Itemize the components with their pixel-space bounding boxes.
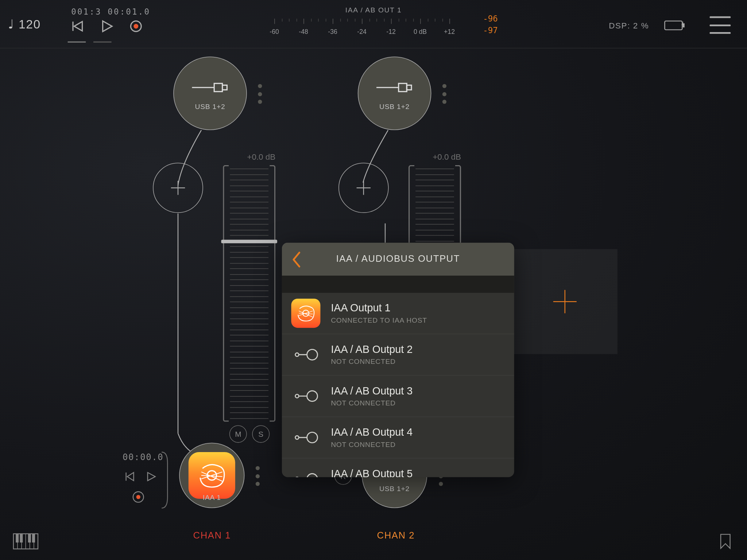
popover-header: IAA / AUDIOBUS OUTPUT [282, 243, 514, 276]
svg-point-46 [307, 391, 318, 401]
output-option[interactable]: IAA / AB Output 3NOT CONNECTED [282, 376, 514, 417]
output-option-title: IAA / AB Output 4 [331, 427, 413, 439]
svg-rect-19 [407, 85, 411, 90]
output-option-subtitle: CONNECTED TO IAA HOST [331, 316, 427, 324]
mini-rewind-button[interactable] [124, 471, 136, 482]
meter-peak-top: -96 [483, 14, 498, 23]
locator-display: 001:3 00:01.0 [71, 7, 150, 16]
back-button[interactable] [291, 251, 302, 268]
svg-point-43 [307, 349, 318, 360]
usb-cable-icon [375, 76, 414, 99]
meter-tick-label: -24 [357, 28, 366, 35]
svg-rect-34 [20, 534, 23, 542]
garageband-icon [189, 452, 235, 499]
output-label: USB 1+2 [379, 485, 410, 493]
add-channel-tile[interactable] [512, 249, 618, 354]
output-option-title: IAA / AB Output 3 [331, 385, 413, 397]
battery-icon [664, 19, 688, 32]
connection-icon [291, 381, 320, 411]
record-button[interactable] [128, 18, 144, 35]
mini-transport-ch1 [124, 471, 157, 482]
menu-button[interactable] [710, 16, 731, 34]
bookmark-icon[interactable] [719, 533, 732, 549]
rewind-button[interactable] [69, 18, 86, 35]
output-meter: IAA / AB OUT 1 -60-48-36-24-120 dB+12 -9… [271, 0, 476, 48]
output-option-title: IAA / AB Output 5 [331, 468, 413, 477]
output-node-ch1[interactable]: IAA 1 [179, 443, 244, 508]
svg-rect-35 [28, 534, 31, 542]
transport-underline [68, 42, 86, 43]
input-node-ch2[interactable]: USB 1+2 [358, 57, 431, 130]
output-option-subtitle: NOT CONNECTED [331, 358, 413, 366]
output-option-title: IAA / AB Output 2 [331, 343, 413, 356]
mini-record-button[interactable] [132, 491, 145, 503]
mini-play-button[interactable] [145, 471, 157, 482]
svg-point-47 [295, 436, 299, 439]
dsp-readout: DSP: 2 % [609, 21, 649, 31]
channel-label-1: CHAN 1 [193, 530, 231, 541]
svg-point-49 [307, 432, 318, 443]
output-option[interactable]: IAA / AB Output 5NOT CONNECTED [282, 459, 514, 477]
svg-rect-33 [16, 534, 19, 542]
meter-label: IAA / AB OUT 1 [271, 6, 476, 14]
output-option[interactable]: IAA Output 1CONNECTED TO IAA HOST [282, 293, 514, 334]
meter-peak-bottom: -97 [483, 26, 498, 35]
svg-rect-7 [214, 83, 222, 92]
meter-tick-label: +12 [444, 28, 455, 35]
popover-title: IAA / AUDIOBUS OUTPUT [282, 254, 514, 264]
meter-tick-label: -12 [386, 28, 395, 35]
play-button[interactable] [98, 18, 115, 35]
usb-cable-icon [191, 76, 229, 99]
top-bar: ♩ 120 001:3 00:01.0 IAA / AB OUT 1 -60-4… [0, 0, 747, 48]
tempo-display[interactable]: ♩ 120 [8, 18, 40, 31]
connection-icon [291, 423, 320, 452]
output-option-subtitle: NOT CONNECTED [331, 399, 413, 407]
mini-time-ch1: 00:00.0 [123, 452, 163, 463]
popover-spacer [282, 275, 514, 293]
drag-handle[interactable] [258, 84, 263, 104]
transport-underline [93, 42, 112, 43]
gain-readout: +0.0 dB [433, 152, 461, 162]
svg-point-41 [295, 353, 299, 357]
mute-button[interactable]: M [229, 425, 247, 443]
drag-handle[interactable] [442, 84, 447, 104]
routing-canvas[interactable]: USB 1+2 +0.0 dB M S 00:00.0 [0, 48, 747, 560]
svg-point-1 [133, 24, 138, 29]
input-label: USB 1+2 [195, 103, 225, 111]
output-label: IAA 1 [203, 494, 221, 502]
output-option-subtitle: NOT CONNECTED [331, 440, 413, 448]
svg-rect-2 [665, 21, 682, 30]
solo-button[interactable]: S [252, 425, 270, 443]
svg-point-44 [295, 394, 299, 398]
gain-readout: +0.0 dB [247, 152, 275, 162]
garageband-icon [291, 299, 320, 328]
channel-label-2: CHAN 2 [377, 530, 415, 541]
svg-point-12 [136, 495, 140, 499]
meter-tick-label: 0 dB [414, 28, 427, 35]
drag-handle[interactable] [256, 466, 260, 486]
input-node-ch1[interactable]: USB 1+2 [173, 57, 247, 130]
keyboard-icon[interactable] [13, 533, 38, 549]
connection-icon [291, 464, 320, 477]
svg-point-52 [307, 474, 318, 477]
transport-controls [69, 18, 144, 35]
insert-slot-ch2[interactable] [338, 163, 389, 213]
meter-tick-label: -60 [270, 28, 279, 35]
mini-bracket-icon [160, 451, 171, 509]
input-label: USB 1+2 [379, 103, 410, 111]
connection-icon [291, 340, 320, 369]
output-picker-popover: IAA / AUDIOBUS OUTPUT IAA Output 1CONNEC… [282, 243, 514, 477]
meter-tick-label: -36 [328, 28, 337, 35]
output-option[interactable]: IAA / AB Output 4NOT CONNECTED [282, 417, 514, 459]
output-option[interactable]: IAA / AB Output 2NOT CONNECTED [282, 334, 514, 376]
insert-slot-ch1[interactable] [153, 163, 203, 213]
svg-rect-18 [399, 83, 407, 92]
output-option-title: IAA Output 1 [331, 302, 427, 315]
popover-list[interactable]: IAA Output 1CONNECTED TO IAA HOSTIAA / A… [282, 293, 514, 477]
svg-rect-36 [32, 534, 35, 542]
svg-rect-8 [222, 85, 227, 90]
meter-tick-label: -48 [299, 28, 308, 35]
